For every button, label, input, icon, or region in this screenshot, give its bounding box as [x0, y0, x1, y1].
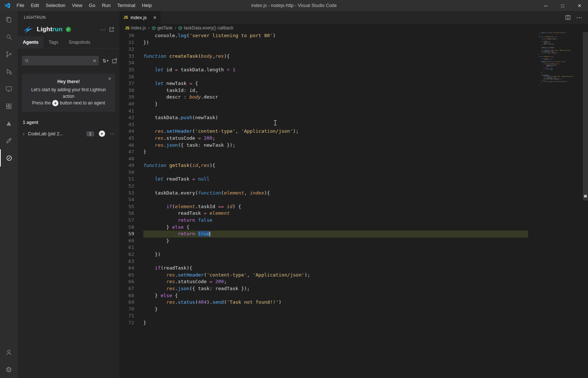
account-icon[interactable] — [0, 343, 18, 361]
code-line[interactable]: 57 return false — [119, 217, 588, 224]
scrollbar-thumb[interactable] — [583, 32, 588, 200]
expand-panel-icon[interactable] — [112, 58, 117, 64]
panel-more-icon[interactable]: ⋯ — [101, 27, 105, 32]
code-line[interactable]: 41 — [119, 108, 588, 115]
code-line[interactable]: 45 res.statusCode = 200; — [119, 135, 588, 142]
line-number[interactable]: 42 — [119, 114, 143, 121]
tab-agents[interactable]: Agents — [18, 36, 43, 48]
menu-item-selection[interactable]: Selection — [42, 0, 68, 11]
agent-more-icon[interactable]: ⋯ — [110, 131, 115, 136]
explorer-icon[interactable] — [0, 11, 18, 28]
code-line[interactable]: 51 let readTask = null — [119, 176, 588, 183]
code-line[interactable]: 56 readTask = element — [119, 210, 588, 217]
chevron-right-icon[interactable]: › — [23, 131, 25, 137]
remote-explorer-icon[interactable] — [0, 80, 18, 97]
line-number[interactable]: 72 — [119, 320, 143, 327]
line-number[interactable]: 68 — [119, 292, 143, 299]
close-button[interactable]: ✕ — [571, 0, 588, 11]
code-line[interactable]: 48 — [119, 156, 588, 163]
tab-close-icon[interactable]: ✕ — [153, 15, 157, 20]
code-line[interactable]: 40 } — [119, 101, 588, 108]
line-number[interactable]: 41 — [119, 108, 143, 115]
code-line[interactable]: 63 — [119, 258, 588, 265]
line-number[interactable]: 46 — [119, 142, 143, 149]
line-number[interactable]: 54 — [119, 196, 143, 203]
code-line[interactable]: 53 taskData.every(function(element, inde… — [119, 190, 588, 197]
line-number[interactable]: 61 — [119, 244, 143, 251]
code-line[interactable]: 72} — [119, 320, 588, 327]
menu-item-terminal[interactable]: Terminal — [114, 0, 139, 11]
line-number[interactable]: 50 — [119, 169, 143, 176]
code-line[interactable]: 68 } else { — [119, 292, 588, 299]
line-number[interactable]: 45 — [119, 135, 143, 142]
open-in-editor-icon[interactable] — [109, 27, 114, 32]
line-number[interactable]: 64 — [119, 265, 143, 272]
agent-row[interactable]: › CodeLab (pid 2... 1 + ⋯ — [18, 128, 119, 139]
code-line[interactable]: 59 return true — [119, 231, 588, 238]
line-number[interactable]: 63 — [119, 258, 143, 265]
code-line[interactable]: 33function createTask(body,res){ — [119, 53, 588, 60]
minimap[interactable]: console.log('server listening to port 80… — [539, 32, 583, 93]
settings-gear-icon[interactable]: ⚙ — [0, 361, 18, 378]
breadcrumb-symbol-callback[interactable]: taskData.every() callback — [178, 25, 233, 31]
tab-index-js[interactable]: JS index.js ✕ — [119, 11, 161, 24]
line-number[interactable]: 31 — [119, 39, 143, 46]
code-line[interactable]: 67 res.json({ task: readTask }); — [119, 285, 588, 292]
tab-snapshots[interactable]: Snapshots — [64, 36, 96, 48]
line-number[interactable]: 57 — [119, 217, 143, 224]
line-number[interactable]: 37 — [119, 80, 143, 87]
run-and-debug-icon[interactable] — [0, 63, 18, 80]
line-number[interactable]: 56 — [119, 210, 143, 217]
sort-button[interactable]: ⇅▾ — [102, 58, 108, 64]
code-line[interactable]: 64 if(readTask){ — [119, 265, 588, 272]
line-number[interactable]: 44 — [119, 128, 143, 135]
line-number[interactable]: 39 — [119, 94, 143, 101]
line-number[interactable]: 30 — [119, 32, 143, 39]
code-line[interactable]: 58 } else { — [119, 224, 588, 231]
line-number[interactable]: 47 — [119, 149, 143, 156]
line-number[interactable]: 71 — [119, 313, 143, 320]
line-number[interactable]: 40 — [119, 101, 143, 108]
code-line[interactable]: 66 res.statusCode = 200; — [119, 278, 588, 285]
line-number[interactable]: 59 — [119, 231, 143, 238]
line-number[interactable]: 55 — [119, 203, 143, 210]
line-number[interactable]: 48 — [119, 156, 143, 163]
line-number[interactable]: 66 — [119, 278, 143, 285]
line-number[interactable]: 65 — [119, 272, 143, 279]
line-number[interactable]: 35 — [119, 67, 143, 74]
minimize-button[interactable]: ─ — [537, 0, 554, 11]
extensions-icon[interactable] — [0, 97, 18, 115]
search-clear-icon[interactable]: ✕ — [93, 58, 96, 64]
code-line[interactable]: 54 — [119, 196, 588, 203]
add-action-button[interactable]: + — [99, 131, 105, 137]
agent-search-input[interactable] — [31, 58, 90, 63]
lightrun-icon[interactable] — [0, 149, 18, 167]
rocket-icon[interactable] — [0, 132, 18, 149]
code-editor[interactable]: 30 console.log('server listening to port… — [119, 32, 588, 378]
code-line[interactable]: 38 taskId: id, — [119, 87, 588, 94]
menu-item-edit[interactable]: Edit — [28, 0, 42, 11]
line-number[interactable]: 34 — [119, 60, 143, 67]
menu-item-view[interactable]: View — [69, 0, 86, 11]
code-line[interactable]: 55 if(element.taskId == id) { — [119, 203, 588, 210]
notice-close-icon[interactable]: ✕ — [108, 76, 111, 82]
split-editor-icon[interactable] — [565, 15, 571, 20]
line-number[interactable]: 67 — [119, 285, 143, 292]
code-line[interactable]: 30 console.log('server listening to port… — [119, 32, 588, 39]
code-line[interactable]: 42 taskData.push(newTask) — [119, 114, 588, 121]
code-line[interactable]: 35 let id = taskData.length + 1 — [119, 67, 588, 74]
line-number[interactable]: 70 — [119, 306, 143, 313]
line-number[interactable]: 58 — [119, 224, 143, 231]
line-number[interactable]: 32 — [119, 46, 143, 53]
line-number[interactable]: 69 — [119, 299, 143, 306]
line-number[interactable]: 36 — [119, 74, 143, 81]
agent-search-box[interactable]: ✕ — [22, 56, 99, 65]
code-line[interactable]: 52 — [119, 183, 588, 190]
breadcrumb-symbol-gettask[interactable]: getTask — [152, 25, 172, 31]
line-number[interactable]: 33 — [119, 53, 143, 60]
line-number[interactable]: 53 — [119, 190, 143, 197]
code-line[interactable]: 71 — [119, 313, 588, 320]
codelab-triangle-icon[interactable] — [0, 115, 18, 132]
code-line[interactable]: 36 — [119, 74, 588, 81]
breadcrumb-file[interactable]: JS index.js — [125, 25, 146, 31]
